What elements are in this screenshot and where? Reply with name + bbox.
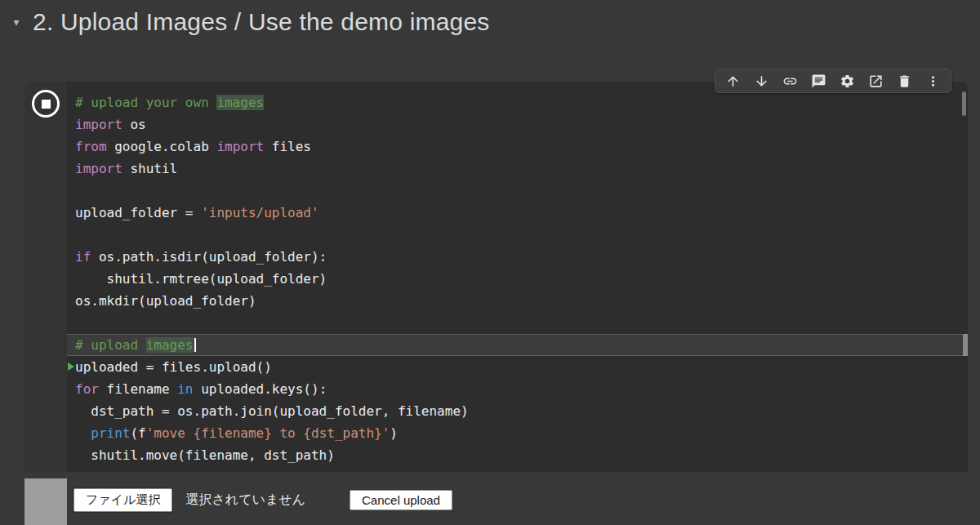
code-line-12[interactable]: # upload images bbox=[67, 334, 968, 356]
code-token: import bbox=[216, 139, 264, 154]
code-token: print bbox=[91, 425, 130, 441]
code-token: google.colab bbox=[107, 139, 217, 154]
mirror-cell-in-tab-button[interactable] bbox=[862, 70, 890, 91]
code-token: os bbox=[122, 117, 146, 132]
add-comment-button[interactable] bbox=[804, 70, 833, 91]
more-cell-actions-button[interactable] bbox=[919, 70, 947, 91]
arrow-up-icon bbox=[725, 73, 741, 89]
code-token: # upload bbox=[75, 337, 146, 353]
code-token: upload_folder = bbox=[75, 205, 201, 220]
code-token: in bbox=[177, 381, 193, 397]
stop-icon bbox=[42, 100, 51, 109]
code-token: 'inputs/upload' bbox=[201, 205, 319, 220]
code-token: uploaded = files.upload() bbox=[75, 359, 272, 375]
code-token: import bbox=[75, 161, 122, 176]
code-token: images bbox=[146, 337, 194, 353]
open-in-tab-icon bbox=[868, 73, 884, 89]
code-token: 'move {filename} to {dst_path}' bbox=[146, 425, 390, 441]
overview-ruler-marker bbox=[963, 334, 968, 356]
code-line-10[interactable]: os.mkdir(upload_folder) bbox=[67, 290, 968, 312]
arrow-down-icon bbox=[754, 73, 769, 89]
code-token: (f bbox=[130, 425, 145, 441]
code-token: dst_path = os.path.join(upload_folder, f… bbox=[75, 403, 469, 419]
gear-icon bbox=[840, 73, 855, 89]
code-line-9[interactable]: shutil.rmtree(upload_folder) bbox=[67, 268, 968, 290]
file-select-button[interactable]: ファイル選択 bbox=[74, 488, 172, 512]
file-status-text: 選択されていません bbox=[185, 492, 305, 509]
code-line-16[interactable]: print(f'move {filename} to {dst_path}') bbox=[67, 422, 968, 444]
code-line-11[interactable] bbox=[67, 312, 968, 334]
trash-icon bbox=[897, 73, 912, 89]
code-token: shutil.rmtree(upload_folder) bbox=[75, 271, 327, 287]
code-line-4[interactable]: import shutil bbox=[67, 158, 968, 180]
code-token: ) bbox=[390, 425, 398, 441]
delete-cell-button[interactable] bbox=[890, 70, 919, 91]
code-cell: # upload your own imagesimport osfrom go… bbox=[24, 82, 968, 525]
code-area[interactable]: # upload your own imagesimport osfrom go… bbox=[67, 82, 968, 472]
code-token: files bbox=[264, 139, 311, 154]
code-line-14[interactable]: for filename in uploaded.keys(): bbox=[67, 378, 968, 400]
code-token: import bbox=[75, 117, 122, 132]
code-line-5[interactable] bbox=[67, 180, 968, 202]
copy-link-to-cell-button[interactable] bbox=[776, 70, 804, 91]
text-cursor bbox=[194, 338, 196, 352]
code-token: shutil.move(filename, dst_path) bbox=[75, 447, 335, 463]
collapse-toggle-icon[interactable]: ▾ bbox=[10, 16, 23, 29]
code-line-8[interactable]: if os.path.isdir(upload_folder): bbox=[67, 246, 968, 268]
code-token bbox=[75, 425, 91, 441]
code-line-13[interactable]: uploaded = files.upload() bbox=[67, 356, 968, 378]
code-token: os.path.isdir(upload_folder): bbox=[91, 249, 327, 265]
code-line-7[interactable] bbox=[67, 224, 968, 246]
editor-settings-button[interactable] bbox=[833, 70, 862, 91]
code-token: images bbox=[216, 95, 264, 110]
code-line-2[interactable]: import os bbox=[67, 113, 968, 136]
comment-icon bbox=[811, 73, 826, 89]
code-token: if bbox=[75, 249, 91, 265]
execution-marker-icon bbox=[68, 363, 74, 371]
output-area: ファイル選択 選択されていません Cancel upload bbox=[24, 472, 968, 525]
stop-execution-button[interactable] bbox=[32, 90, 60, 118]
code-token: os.mkdir(upload_folder) bbox=[75, 293, 256, 309]
cell-gutter bbox=[24, 82, 67, 472]
code-editor: # upload your own imagesimport osfrom go… bbox=[24, 82, 968, 472]
output-gutter bbox=[24, 478, 67, 525]
page-title[interactable]: 2. Upload Images / Use the demo images bbox=[33, 8, 490, 36]
cell-toolbar bbox=[715, 69, 951, 93]
upload-widget: ファイル選択 選択されていません Cancel upload bbox=[74, 488, 452, 512]
code-token: uploaded.keys(): bbox=[194, 381, 327, 397]
code-line-3[interactable]: from google.colab import files bbox=[67, 136, 968, 158]
scrollbar-thumb[interactable] bbox=[962, 91, 966, 116]
kebab-icon bbox=[925, 73, 941, 89]
code-line-1[interactable]: # upload your own images bbox=[67, 91, 968, 113]
code-line-6[interactable]: upload_folder = 'inputs/upload' bbox=[67, 202, 968, 224]
code-token: shutil bbox=[122, 161, 177, 176]
code-line-17[interactable]: shutil.move(filename, dst_path) bbox=[67, 444, 968, 466]
code-token: for bbox=[75, 381, 99, 397]
cancel-upload-button[interactable]: Cancel upload bbox=[350, 490, 452, 510]
move-cell-up-button[interactable] bbox=[719, 70, 747, 91]
link-icon bbox=[782, 73, 798, 89]
code-token: filename bbox=[99, 381, 177, 397]
code-token: # upload your own bbox=[75, 95, 216, 110]
move-cell-down-button[interactable] bbox=[747, 70, 776, 91]
code-token: from bbox=[75, 139, 107, 154]
section-header: ▾ 2. Upload Images / Use the demo images bbox=[10, 8, 490, 36]
code-line-15[interactable]: dst_path = os.path.join(upload_folder, f… bbox=[67, 400, 968, 422]
